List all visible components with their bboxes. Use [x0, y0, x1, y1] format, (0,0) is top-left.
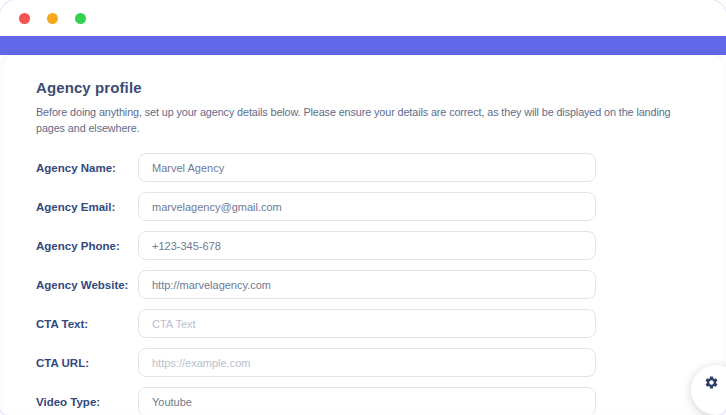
window-minimize-button[interactable]: [47, 13, 58, 24]
window-titlebar: [0, 0, 726, 36]
agency-profile-form: Agency Name: Agency Email: Agency Phone:…: [36, 153, 697, 414]
agency-website-input[interactable]: [138, 270, 596, 299]
window-zoom-button[interactable]: [75, 13, 86, 24]
window-close-button[interactable]: [19, 13, 30, 24]
agency-name-label: Agency Name:: [36, 162, 138, 174]
video-type-select[interactable]: Youtube: [138, 387, 596, 414]
form-row-agency-website: Agency Website:: [36, 270, 697, 299]
cta-text-input[interactable]: [138, 309, 596, 338]
agency-profile-card: Agency profile Before doing anything, se…: [3, 56, 723, 414]
page-title: Agency profile: [36, 79, 697, 96]
agency-email-label: Agency Email:: [36, 201, 138, 213]
agency-phone-input[interactable]: [138, 231, 596, 260]
video-type-selected-value: Youtube: [152, 396, 192, 408]
agency-name-input[interactable]: [138, 153, 596, 182]
video-type-label: Video Type:: [36, 396, 138, 408]
app-navbar: [0, 36, 726, 55]
agency-website-label: Agency Website:: [36, 279, 138, 291]
form-row-agency-email: Agency Email:: [36, 192, 697, 221]
cta-url-label: CTA URL:: [36, 357, 138, 369]
page-description: Before doing anything, set up your agenc…: [36, 104, 697, 136]
form-row-agency-phone: Agency Phone:: [36, 231, 697, 260]
cta-url-input[interactable]: [138, 348, 596, 377]
form-row-cta-url: CTA URL:: [36, 348, 697, 377]
form-row-agency-name: Agency Name:: [36, 153, 697, 182]
form-row-cta-text: CTA Text:: [36, 309, 697, 338]
form-row-video-type: Video Type: Youtube: [36, 387, 697, 414]
agency-phone-label: Agency Phone:: [36, 240, 138, 252]
cta-text-label: CTA Text:: [36, 318, 138, 330]
agency-email-input[interactable]: [138, 192, 596, 221]
browser-window: Agency profile Before doing anything, se…: [0, 0, 726, 415]
